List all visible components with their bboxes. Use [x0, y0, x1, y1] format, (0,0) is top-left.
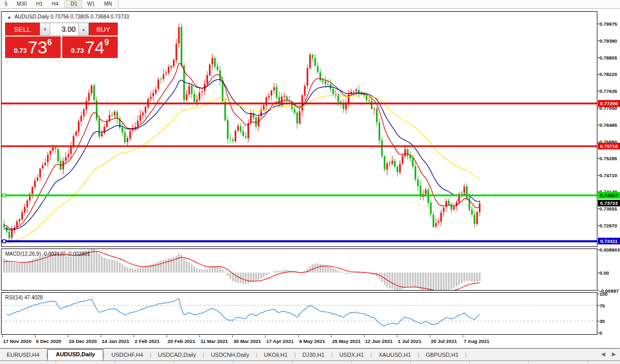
rsi-layer	[2, 299, 597, 326]
level-price-badge: 0.77200	[598, 100, 620, 107]
one-click-trading-panel: SELL ▼ 3.00 ▲ BUY 0.73 73 6 0.73 74 9	[5, 23, 118, 58]
sell-price-pip: 6	[47, 38, 52, 47]
level-price-badge: 0.74007	[598, 192, 620, 199]
chart-symbol: AUDUSD,Daily	[14, 14, 49, 20]
buy-price-pip: 9	[104, 38, 109, 47]
ohlc-high: 0.73805	[70, 14, 89, 20]
sell-price-big: 73	[28, 37, 47, 57]
volume-increase-button[interactable]: ▲	[78, 23, 88, 35]
volume-decrease-button[interactable]: ▼	[40, 23, 50, 35]
chart-title: ▲ AUDUSD,Daily 0.73756 0.73805 0.73684 0…	[7, 14, 129, 20]
buy-price-prefix: 0.73	[71, 47, 84, 54]
volume-input[interactable]: 3.00	[50, 23, 78, 35]
sell-button[interactable]: SELL	[5, 23, 40, 36]
buy-price-display[interactable]: 0.73 74 9	[62, 36, 118, 58]
collapse-triangle-icon[interactable]: ▲	[7, 15, 11, 20]
volume-spinner: ▼ 3.00 ▲	[40, 23, 89, 36]
ohlc-close: 0.73733	[111, 14, 129, 20]
current-price-badge: 0.73733	[598, 200, 620, 206]
macd-indicator-label: MACD(12,26,9) -0.002120 -0.002801	[5, 251, 90, 257]
level-price-badge: 0.75716	[598, 143, 620, 149]
rsi-indicator-label: RSI(14) 47.4028	[5, 295, 43, 300]
ohlc-low: 0.73684	[90, 14, 109, 20]
level-price-badge: 0.72411	[598, 238, 620, 244]
sell-price-display[interactable]: 0.73 73 6	[5, 36, 61, 58]
sell-price-prefix: 0.73	[14, 47, 27, 54]
buy-price-big: 74	[85, 37, 104, 57]
ohlc-open: 0.73756	[50, 14, 69, 20]
buy-button[interactable]: BUY	[89, 23, 118, 36]
